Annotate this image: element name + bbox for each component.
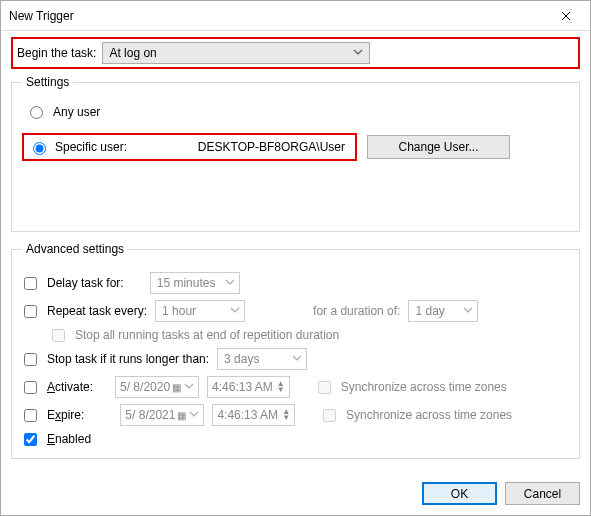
settings-group: Settings Any user Specific user: DESKTOP… (11, 75, 580, 232)
expire-date-value: 5/ 8/2021 (125, 408, 175, 422)
any-user-row: Any user (22, 105, 569, 119)
delay-checkbox[interactable] (24, 277, 37, 290)
ok-button[interactable]: OK (422, 482, 497, 505)
chevron-down-icon (225, 276, 235, 290)
expire-checkbox[interactable] (24, 409, 37, 422)
repeat-dropdown[interactable]: 1 hour (155, 300, 245, 322)
stop-if-longer-checkbox[interactable] (24, 353, 37, 366)
close-button[interactable] (543, 2, 588, 30)
activate-checkbox[interactable] (24, 381, 37, 394)
settings-legend: Settings (22, 75, 73, 89)
chevron-down-icon (353, 46, 363, 60)
time-spinner[interactable]: ▲▼ (282, 409, 290, 421)
time-spinner[interactable]: ▲▼ (277, 381, 285, 393)
sync-zones-label-1: Synchronize across time zones (341, 380, 507, 394)
cancel-button[interactable]: Cancel (505, 482, 580, 505)
change-user-button[interactable]: Change User... (367, 135, 510, 159)
specific-user-row: Specific user: DESKTOP-BF8ORGA\User (22, 133, 357, 161)
sync-zones-label-2: Synchronize across time zones (346, 408, 512, 422)
chevron-down-icon (230, 304, 240, 318)
repeat-checkbox[interactable] (24, 305, 37, 318)
enabled-checkbox[interactable] (24, 433, 37, 446)
chevron-down-icon (189, 408, 199, 422)
repeat-value: 1 hour (162, 304, 196, 318)
dialog-footer: OK Cancel (422, 482, 580, 505)
stop-if-longer-dropdown[interactable]: 3 days (217, 348, 307, 370)
expire-time-value: 4:46:13 AM (217, 408, 278, 422)
expire-time-input[interactable]: 4:46:13 AM ▲▼ (212, 404, 295, 426)
specific-user-value: DESKTOP-BF8ORGA\User (198, 140, 351, 154)
specific-user-label: Specific user: (55, 140, 127, 154)
sync-zones-checkbox-1 (318, 381, 331, 394)
enabled-label: Enabled (47, 432, 91, 446)
activate-time-input[interactable]: 4:46:13 AM ▲▼ (207, 376, 290, 398)
calendar-icon: ▦ (170, 381, 182, 393)
any-user-label: Any user (53, 105, 100, 119)
activate-label: Activate: (47, 380, 93, 394)
close-icon (561, 11, 571, 21)
duration-label: for a duration of: (313, 304, 400, 318)
chevron-down-icon (184, 380, 194, 394)
expire-label: Expire: (47, 408, 84, 422)
duration-value: 1 day (415, 304, 444, 318)
begin-task-dropdown[interactable]: At log on (102, 42, 370, 64)
calendar-icon: ▦ (175, 409, 187, 421)
activate-date-input[interactable]: 5/ 8/2020 ▦ (115, 376, 199, 398)
chevron-down-icon (292, 352, 302, 366)
activate-time-value: 4:46:13 AM (212, 380, 273, 394)
delay-value: 15 minutes (157, 276, 216, 290)
stop-if-longer-label: Stop task if it runs longer than: (47, 352, 209, 366)
repeat-label: Repeat task every: (47, 304, 147, 318)
stop-running-label: Stop all running tasks at end of repetit… (75, 328, 339, 342)
activate-date-value: 5/ 8/2020 (120, 380, 170, 394)
stop-if-longer-value: 3 days (224, 352, 259, 366)
begin-task-value: At log on (109, 46, 156, 60)
chevron-down-icon (463, 304, 473, 318)
sync-zones-checkbox-2 (323, 409, 336, 422)
delay-dropdown[interactable]: 15 minutes (150, 272, 240, 294)
advanced-settings-group: Advanced settings Delay task for: 15 min… (11, 242, 580, 459)
window-title: New Trigger (9, 9, 543, 23)
stop-running-checkbox (52, 329, 65, 342)
titlebar: New Trigger (1, 1, 590, 31)
expire-date-input[interactable]: 5/ 8/2021 ▦ (120, 404, 204, 426)
begin-task-label: Begin the task: (17, 46, 96, 60)
advanced-legend: Advanced settings (22, 242, 128, 256)
begin-task-row: Begin the task: At log on (11, 37, 580, 69)
duration-dropdown[interactable]: 1 day (408, 300, 478, 322)
delay-label: Delay task for: (47, 276, 124, 290)
specific-user-radio[interactable] (33, 142, 46, 155)
any-user-radio[interactable] (30, 106, 43, 119)
